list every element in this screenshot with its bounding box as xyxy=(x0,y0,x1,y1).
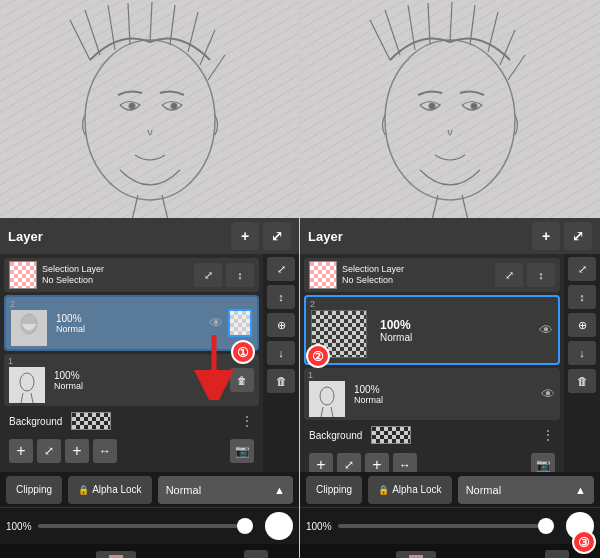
sel-layer-btn-act-2[interactable]: ↕ xyxy=(527,263,555,287)
blend-mode-dropdown-1[interactable]: Normal ▲ xyxy=(158,476,293,504)
alpha-lock-btn-1[interactable]: 🔒 Alpha Lock xyxy=(68,476,151,504)
sel-layer-btn-act[interactable]: ↕ xyxy=(226,263,254,287)
opacity-slider-1[interactable] xyxy=(38,524,253,528)
side-icon-3-1[interactable]: ⊕ xyxy=(267,313,295,337)
side-icon-2-2[interactable]: ↕ xyxy=(568,285,596,309)
layer-header-1: Layer + ⤢ xyxy=(0,218,299,254)
svg-line-13 xyxy=(162,195,168,220)
brush-icon-1[interactable]: ✏ xyxy=(31,551,46,558)
layer-row-2-panel2[interactable]: 2 100% Normal 👁 xyxy=(304,295,560,365)
side-icon-1-2[interactable]: ⤢ xyxy=(568,257,596,281)
color-swatch-2[interactable] xyxy=(396,551,436,558)
camera-btn-1[interactable]: 📷 xyxy=(230,439,254,463)
layer-1-blend: Normal xyxy=(54,381,206,391)
tool-btn-1[interactable]: ↔ xyxy=(93,439,117,463)
toolbar-bottom-row-2: 100% xyxy=(300,508,600,544)
svg-line-29 xyxy=(450,2,452,42)
layer-1-delete-1[interactable]: 🗑 xyxy=(230,368,254,392)
bg-settings-1[interactable]: ⋮ xyxy=(240,413,254,429)
sel-layer-btn-move[interactable]: ⤢ xyxy=(194,263,222,287)
panel-2: Layer + ⤢ Selection Layer No Selection ⤢ xyxy=(300,0,600,558)
undo-icon-2[interactable]: ↩ xyxy=(545,550,569,558)
clipping-btn-2[interactable]: Clipping xyxy=(306,476,362,504)
layer-row-2-panel1[interactable]: 2 100% Normal 👁 xyxy=(4,295,259,351)
merge-btn-1[interactable]: ⤢ xyxy=(37,439,61,463)
layer-bottom-toolbar-1: + ⤢ + ↔ 📷 xyxy=(4,436,259,466)
side-icon-5-1[interactable]: 🗑 xyxy=(267,369,295,393)
brush-icon-2[interactable]: ✏ xyxy=(331,551,346,558)
layer-2-blend: Normal xyxy=(56,324,204,334)
layer-2-eye-2[interactable]: 👁 xyxy=(539,322,553,338)
selection-layer-row-1[interactable]: Selection Layer No Selection ⤢ ↕ xyxy=(4,258,259,292)
alpha-lock-btn-2[interactable]: 🔒 Alpha Lock xyxy=(368,476,451,504)
layer-panel-2: Layer + ⤢ Selection Layer No Selection ⤢ xyxy=(300,218,600,558)
sketch-canvas-2[interactable] xyxy=(300,0,600,230)
layer-1-info-2: 100% Normal xyxy=(354,384,536,405)
bg-checker-2 xyxy=(371,426,411,444)
layer-1-eye-1[interactable]: 👁 xyxy=(211,372,225,388)
svg-line-26 xyxy=(385,10,400,55)
layer-row-1-panel2[interactable]: 1 100% Normal xyxy=(304,368,560,420)
add-btn2-1[interactable]: + xyxy=(65,439,89,463)
sketch-canvas-1[interactable] xyxy=(0,0,299,230)
blend-mode-dropdown-2[interactable]: Normal ▲ xyxy=(458,476,594,504)
svg-rect-18 xyxy=(9,367,45,403)
layer-1-eye-2[interactable]: 👁 xyxy=(541,386,555,402)
layer-header-move-2[interactable]: ⤢ xyxy=(564,222,592,250)
slider-thumb-1 xyxy=(237,518,253,534)
bg-settings-2[interactable]: ⋮ xyxy=(541,427,555,443)
layer-2-info-2: 100% Normal xyxy=(380,318,534,343)
bottom-toolbar-2: Clipping 🔒 Alpha Lock Normal ▲ 100% xyxy=(300,472,600,558)
layer-panel-1: Layer + ⤢ Selection Layer No Selection ⤢ xyxy=(0,218,299,558)
bg-row-1[interactable]: Background ⋮ xyxy=(4,409,259,433)
layer-row-1-panel1[interactable]: 1 100% Normal xyxy=(4,354,259,406)
layer-1-info-1: 100% Normal xyxy=(54,370,206,391)
color-circle-1[interactable] xyxy=(265,512,293,540)
layer-2-thumb-2 xyxy=(311,310,367,358)
svg-point-0 xyxy=(85,40,215,200)
opacity-slider-2[interactable] xyxy=(338,524,554,528)
bg-label-1: Background xyxy=(9,416,62,427)
layer-1-thumb-1 xyxy=(9,367,45,403)
toolbar-top-row-2: Clipping 🔒 Alpha Lock Normal ▲ xyxy=(300,472,600,508)
layer-1-num: 1 xyxy=(8,356,13,366)
svg-line-9 xyxy=(208,55,225,80)
selection-layer-row-2[interactable]: Selection Layer No Selection ⤢ ↕ xyxy=(304,258,560,292)
svg-point-24 xyxy=(385,40,515,200)
clipping-btn-1[interactable]: Clipping xyxy=(6,476,62,504)
svg-point-34 xyxy=(429,103,435,109)
color-swatch-1[interactable] xyxy=(96,551,136,558)
svg-rect-40 xyxy=(309,381,345,417)
layer-1-thumb-2 xyxy=(309,381,345,417)
side-icon-2-1[interactable]: ↕ xyxy=(267,285,295,309)
selection-layer-text-1: Selection Layer No Selection xyxy=(42,264,104,286)
color-circle-2[interactable] xyxy=(566,512,594,540)
layer-1-num-2: 1 xyxy=(308,370,313,380)
layer-header-add-1[interactable]: + xyxy=(231,222,259,250)
side-icon-1-1[interactable]: ⤢ xyxy=(267,257,295,281)
down-arrow-icon-2[interactable]: ↓ xyxy=(487,553,495,558)
layer-header-move-1[interactable]: ⤢ xyxy=(263,222,291,250)
bg-row-2[interactable]: Background ⋮ xyxy=(304,423,560,447)
layer-header-add-2[interactable]: + xyxy=(532,222,560,250)
side-icon-5-2[interactable]: 🗑 xyxy=(568,369,596,393)
sel-layer-btn-move-2[interactable]: ⤢ xyxy=(495,263,523,287)
svg-point-11 xyxy=(171,103,177,109)
layer-1-opacity-2: 100% xyxy=(354,384,536,395)
add-layer-btn-1[interactable]: + xyxy=(9,439,33,463)
undo-icon-1[interactable]: ↩ xyxy=(244,550,268,558)
layer-2-thumb-1 xyxy=(11,310,47,346)
layer-title-2: Layer xyxy=(308,229,343,244)
layer-1-opacity: 100% xyxy=(54,370,206,381)
side-icon-4-2[interactable]: ↓ xyxy=(568,341,596,365)
layer-2-opacity-2: 100% xyxy=(380,318,534,332)
bg-checker-1 xyxy=(71,412,111,430)
layer-2-num-2: 2 xyxy=(310,299,315,309)
layer-2-eye-1[interactable]: 👁 xyxy=(209,315,223,331)
side-icon-4-1[interactable]: ↓ xyxy=(267,341,295,365)
panel-1: Layer + ⤢ Selection Layer No Selection ⤢ xyxy=(0,0,300,558)
side-icon-3-2[interactable]: ⊕ xyxy=(568,313,596,337)
layer-2-opacity: 100% xyxy=(56,313,204,324)
down-arrow-icon-1[interactable]: ↓ xyxy=(186,553,194,558)
layer-2-blend-2: Normal xyxy=(380,332,534,343)
